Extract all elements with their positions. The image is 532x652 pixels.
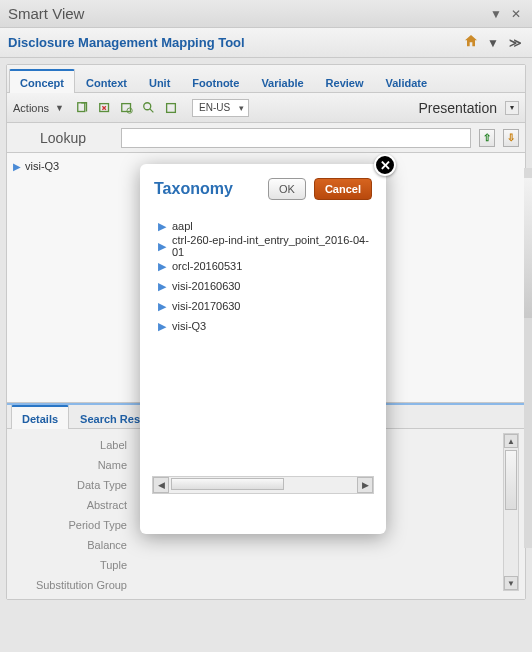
svg-rect-0 xyxy=(78,102,85,111)
dialog-title: Taxonomy xyxy=(154,180,260,198)
presentation-dropdown-icon[interactable]: ▾ xyxy=(505,101,519,115)
scroll-thumb[interactable] xyxy=(524,178,532,318)
tool-icon-2[interactable] xyxy=(96,99,114,117)
lookup-row: Lookup ⇧ ⇩ xyxy=(7,123,525,153)
expand-icon[interactable]: ▶ xyxy=(158,220,166,233)
scroll-left-icon[interactable]: ◀ xyxy=(153,477,169,493)
pane-header: Smart View ▼ ✕ xyxy=(0,0,532,28)
pane-title: Smart View xyxy=(8,5,84,22)
tab-concept[interactable]: Concept xyxy=(9,69,75,93)
expand-icon[interactable]: ▶ xyxy=(158,320,166,333)
expand-icon[interactable]: ▶ xyxy=(158,260,166,273)
tool-icon-5[interactable] xyxy=(162,99,180,117)
taxonomy-item[interactable]: ▶visi-20160630 xyxy=(158,276,372,296)
svg-rect-2 xyxy=(122,103,131,111)
detail-row: Substitution Group xyxy=(13,575,519,595)
detail-label: Label xyxy=(13,439,133,451)
taxonomy-item[interactable]: ▶aapl xyxy=(158,216,372,236)
tool-icon-3[interactable] xyxy=(118,99,136,117)
lookup-input[interactable] xyxy=(121,128,471,148)
close-icon: ✕ xyxy=(380,158,391,173)
taxonomy-item[interactable]: ▶visi-20170630 xyxy=(158,296,372,316)
taxonomy-item[interactable]: ▶visi-Q3 xyxy=(158,316,372,336)
tab-details[interactable]: Details xyxy=(11,405,69,429)
detail-label: Abstract xyxy=(13,499,133,511)
tab-variable[interactable]: Variable xyxy=(250,70,314,93)
svg-rect-5 xyxy=(167,103,176,112)
lookup-down-button[interactable]: ⇩ xyxy=(503,129,519,147)
ok-button[interactable]: OK xyxy=(268,178,306,200)
detail-label: Tuple xyxy=(13,559,133,571)
lookup-up-button[interactable]: ⇧ xyxy=(479,129,495,147)
scroll-right-icon[interactable]: ▶ xyxy=(357,477,373,493)
dialog-close-button[interactable]: ✕ xyxy=(374,154,396,176)
tree-node-label: visi-Q3 xyxy=(25,160,59,172)
tab-footnote[interactable]: Footnote xyxy=(181,70,250,93)
svg-point-3 xyxy=(127,108,132,113)
dialog-hscrollbar[interactable]: ◀ ▶ xyxy=(152,476,374,494)
expand-icon[interactable]: ▶ xyxy=(158,240,166,253)
tab-unit[interactable]: Unit xyxy=(138,70,181,93)
taxonomy-tree: ▶aapl ▶ctrl-260-ep-ind-int_entry_point_2… xyxy=(154,212,372,336)
page-scrollbar[interactable] xyxy=(524,168,532,548)
detail-label: Data Type xyxy=(13,479,133,491)
home-icon[interactable] xyxy=(462,33,480,52)
actions-toolbar: Actions ▼ EN-US Presentation ▾ xyxy=(7,93,525,123)
cancel-button[interactable]: Cancel xyxy=(314,178,372,200)
detail-label: Name xyxy=(13,459,133,471)
more-icon[interactable]: ≫ xyxy=(506,36,524,50)
search-icon[interactable] xyxy=(140,99,158,117)
actions-menu[interactable]: Actions xyxy=(13,102,49,114)
scroll-up-icon[interactable]: ▲ xyxy=(504,434,518,448)
scroll-thumb[interactable] xyxy=(505,450,517,510)
taxonomy-item[interactable]: ▶ctrl-260-ep-ind-int_entry_point_2016-04… xyxy=(158,236,372,256)
scroll-down-icon[interactable]: ▼ xyxy=(504,576,518,590)
tab-validate[interactable]: Validate xyxy=(375,70,439,93)
taxonomy-item[interactable]: ▶orcl-20160531 xyxy=(158,256,372,276)
scroll-thumb[interactable] xyxy=(171,478,284,490)
close-icon[interactable]: ✕ xyxy=(508,7,524,21)
detail-row: Balance xyxy=(13,535,519,555)
lookup-label: Lookup xyxy=(13,130,113,146)
language-select[interactable]: EN-US xyxy=(192,99,249,117)
detail-row: Tuple xyxy=(13,555,519,575)
dropdown-icon[interactable]: ▼ xyxy=(488,7,504,21)
arrow-up-icon: ⇧ xyxy=(483,132,491,143)
expand-icon[interactable]: ▶ xyxy=(158,280,166,293)
details-scrollbar[interactable]: ▲ ▼ xyxy=(503,433,519,591)
language-value: EN-US xyxy=(199,102,230,113)
top-tabs: Concept Context Unit Footnote Variable R… xyxy=(7,65,525,93)
toolbar-dropdown-icon[interactable]: ▼ xyxy=(484,36,502,50)
tool-title: Disclosure Management Mapping Tool xyxy=(8,35,245,50)
arrow-down-icon: ⇩ xyxy=(507,132,515,143)
detail-label: Balance xyxy=(13,539,133,551)
expand-icon[interactable]: ▶ xyxy=(158,300,166,313)
actions-caret-icon[interactable]: ▼ xyxy=(55,103,64,113)
tab-review[interactable]: Review xyxy=(315,70,375,93)
taxonomy-dialog: ✕ Taxonomy OK Cancel ▶aapl ▶ctrl-260-ep-… xyxy=(140,164,386,534)
detail-label: Substitution Group xyxy=(13,579,133,591)
tool-icon-1[interactable] xyxy=(74,99,92,117)
tool-title-bar: Disclosure Management Mapping Tool ▼ ≫ xyxy=(0,28,532,58)
detail-label: Period Type xyxy=(13,519,133,531)
tab-context[interactable]: Context xyxy=(75,70,138,93)
expand-icon[interactable]: ▶ xyxy=(13,161,21,172)
svg-point-4 xyxy=(144,102,151,109)
presentation-label: Presentation xyxy=(418,100,497,116)
